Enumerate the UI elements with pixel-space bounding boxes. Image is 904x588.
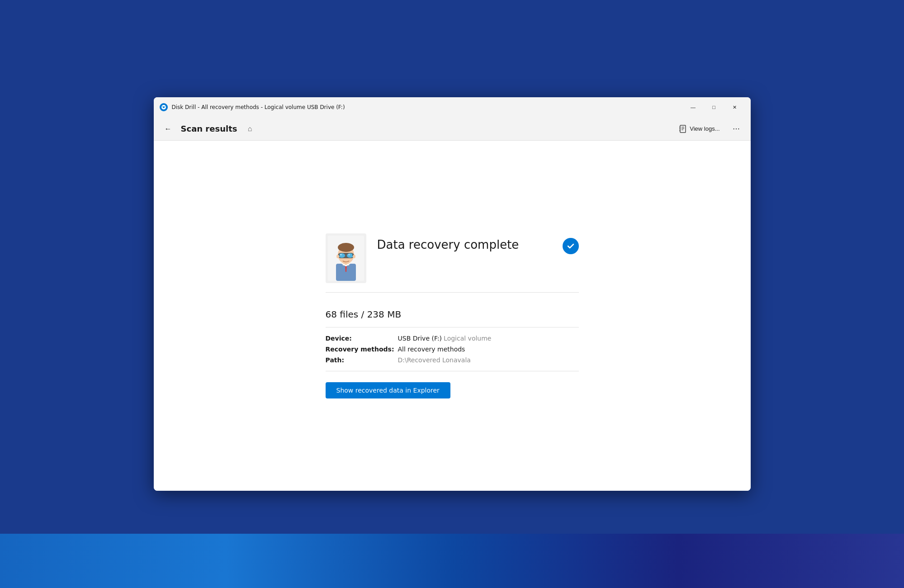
maximize-button[interactable]: □ xyxy=(704,100,724,114)
back-button[interactable]: ← xyxy=(161,122,175,136)
main-content: Data recovery complete 68 files / 238 MB… xyxy=(154,141,751,491)
device-value: USB Drive (F:)Logical volume xyxy=(398,335,492,342)
logs-icon xyxy=(679,125,687,133)
path-label: Path: xyxy=(326,356,398,364)
svg-point-25 xyxy=(336,255,339,258)
titlebar: Disk Drill - All recovery methods - Logi… xyxy=(154,97,751,117)
success-indicator xyxy=(563,238,579,254)
recovery-value: All recovery methods xyxy=(398,346,465,353)
view-logs-button[interactable]: View logs... xyxy=(673,122,725,136)
file-count: 68 files / 238 MB xyxy=(326,302,579,327)
result-card: Data recovery complete 68 files / 238 MB… xyxy=(326,233,579,398)
check-icon xyxy=(566,242,575,251)
device-label: Device: xyxy=(326,335,398,342)
recovery-label: Recovery methods: xyxy=(326,346,398,353)
path-row: Path: D:\Recovered Lonavala xyxy=(326,356,579,364)
show-in-explorer-button[interactable]: Show recovered data in Explorer xyxy=(326,382,450,398)
svg-point-22 xyxy=(348,254,350,255)
more-options-button[interactable]: ⋯ xyxy=(729,122,743,136)
home-button[interactable]: ⌂ xyxy=(242,122,257,136)
svg-point-19 xyxy=(339,253,345,258)
minimize-button[interactable]: — xyxy=(683,100,704,114)
window-title: Disk Drill - All recovery methods - Logi… xyxy=(172,104,683,110)
close-button[interactable]: ✕ xyxy=(724,100,745,114)
recovery-method-row: Recovery methods: All recovery methods xyxy=(326,346,579,353)
app-icon xyxy=(159,103,168,112)
recovery-title: Data recovery complete xyxy=(377,238,519,251)
details-section: Device: USB Drive (F:)Logical volume Rec… xyxy=(326,335,579,371)
svg-point-26 xyxy=(353,255,355,258)
svg-rect-4 xyxy=(164,106,166,107)
header-right: Data recovery complete xyxy=(377,233,579,254)
application-window: Disk Drill - All recovery methods - Logi… xyxy=(154,97,751,491)
nav-left: ← Scan results ⌂ xyxy=(161,122,674,136)
navbar: ← Scan results ⌂ View logs... ⋯ xyxy=(154,117,751,141)
avatar xyxy=(326,233,366,283)
svg-point-20 xyxy=(347,253,353,258)
svg-point-21 xyxy=(340,254,342,255)
page-title: Scan results xyxy=(181,124,237,133)
window-controls: — □ ✕ xyxy=(683,100,745,114)
svg-rect-3 xyxy=(162,106,163,107)
svg-rect-5 xyxy=(680,125,686,133)
path-value: D:\Recovered Lonavala xyxy=(398,356,471,364)
svg-point-17 xyxy=(338,243,354,252)
nav-right: View logs... ⋯ xyxy=(673,122,743,136)
view-logs-label: View logs... xyxy=(690,125,719,132)
device-row: Device: USB Drive (F:)Logical volume xyxy=(326,335,579,342)
card-header: Data recovery complete xyxy=(326,233,579,293)
